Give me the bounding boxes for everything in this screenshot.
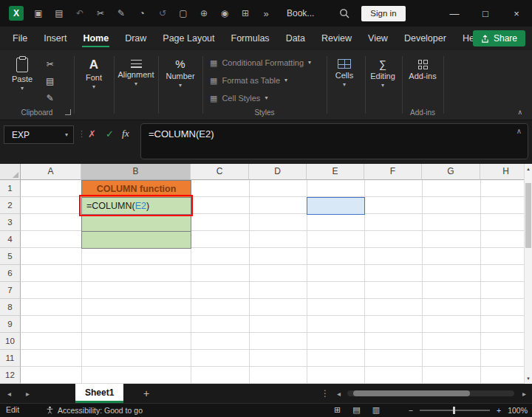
column-header-a[interactable]: A [21,164,81,180]
document-icon[interactable]: ▢ [173,8,194,18]
table-icon[interactable]: ⊞ [235,8,256,18]
column-header-d[interactable]: D [249,164,307,180]
scroll-down-icon[interactable]: ▾ [525,376,532,382]
alignment-group-button[interactable]: Alignment ▾ [116,60,156,87]
column-header-c[interactable]: C [191,164,249,180]
format-painter-button[interactable]: ✎ [47,93,54,103]
tab-draw[interactable]: Draw [117,27,154,50]
tab-page-layout[interactable]: Page Layout [154,27,222,50]
sheet-tab-sheet1[interactable]: Sheet1 [75,384,123,403]
tab-developer[interactable]: Developer [396,27,454,50]
row-header-2[interactable]: 2 [0,197,21,214]
search-icon[interactable] [339,8,349,18]
select-all-corner[interactable] [0,164,21,180]
add-sheet-button[interactable]: + [143,384,149,403]
page-layout-view-button[interactable]: ▤ [352,405,360,415]
cells-group-button[interactable]: Cells ▾ [329,59,360,88]
sign-in-button[interactable]: Sign in [361,6,405,21]
row-header-10[interactable]: 10 [0,333,21,350]
scroll-up-icon[interactable]: ▴ [525,166,532,172]
refresh-icon[interactable]: ↺ [152,8,173,18]
number-group-button[interactable]: % Number ▾ [161,58,200,89]
tab-data[interactable]: Data [278,27,313,50]
copy-button[interactable]: ▤ [46,76,54,86]
clipboard-icon[interactable]: ▤ [49,8,69,18]
column-header-e[interactable]: E [307,164,364,180]
column-header-g[interactable]: G [422,164,480,180]
gauge-icon[interactable]: ◔ [132,8,152,18]
zoom-slider-handle[interactable] [453,407,455,414]
scroll-right-icon[interactable]: ▸ [522,384,526,403]
accessibility-status[interactable]: Accessibility: Good to go [46,404,143,416]
row-header-12[interactable]: 12 [0,367,21,384]
excel-logo-icon[interactable]: X [9,6,24,21]
vertical-scrollbar-thumb[interactable] [525,183,531,248]
zoom-in-button[interactable]: + [497,406,501,415]
zoom-level[interactable]: 100% [508,406,528,415]
column-header-b[interactable]: B [81,164,191,180]
clipboard-dialog-launcher-icon[interactable] [65,109,71,115]
share-button[interactable]: Share [473,30,525,46]
insert-icon[interactable]: ⊕ [194,8,214,18]
formula-bar-collapse-icon[interactable]: ∧ [516,127,522,135]
tab-formulas[interactable]: Formulas [223,27,278,50]
formula-input[interactable]: =COLUMN(E2) [140,123,528,159]
minimize-button[interactable]: — [439,0,470,27]
maximize-button[interactable]: □ [470,0,501,27]
cancel-icon[interactable]: ✗ [88,128,96,139]
row-header-7[interactable]: 7 [0,282,21,299]
name-box-dropdown-icon[interactable]: ▾ [65,132,68,138]
tab-home[interactable]: Home [75,27,117,50]
cell-b4[interactable] [81,231,191,249]
horizontal-scrollbar-thumb[interactable] [353,390,470,396]
tab-review[interactable]: Review [313,27,360,50]
cut-button[interactable]: ✂ [47,59,54,69]
cell-styles-button[interactable]: ▦ Cell Styles ▾ [210,89,327,107]
group-separator [327,56,327,114]
enter-icon[interactable]: ✓ [106,128,114,139]
row-header-4[interactable]: 4 [0,231,21,248]
zoom-out-button[interactable]: − [409,406,413,415]
percent-icon: % [175,58,185,69]
tab-insert[interactable]: Insert [35,27,75,50]
cut-icon[interactable]: ✂ [90,8,111,18]
row-header-11[interactable]: 11 [0,350,21,367]
tab-view[interactable]: View [360,27,396,50]
insert-function-icon[interactable]: fx [122,128,129,139]
ribbon-collapse-icon[interactable]: ∧ [517,108,522,116]
normal-view-button[interactable]: ⊞ [334,405,341,415]
sheet-options-icon[interactable]: ⋮ [321,384,330,403]
row-header-3[interactable]: 3 [0,214,21,231]
previous-sheet-icon[interactable]: ◂ [7,390,11,398]
row-header-5[interactable]: 5 [0,248,21,265]
row-header-8[interactable]: 8 [0,299,21,316]
editing-group-button[interactable]: ∑ Editing ▾ [365,59,400,89]
save-icon[interactable]: ▣ [28,8,49,18]
group-separator [443,56,444,114]
camera-icon[interactable]: ◉ [214,8,235,18]
scroll-left-icon[interactable]: ◂ [337,384,341,403]
font-chevron-icon: ▾ [92,84,95,90]
next-sheet-icon[interactable]: ▸ [26,390,30,398]
format-as-table-button[interactable]: ▦ Format as Table ▾ [210,72,327,89]
add-ins-button[interactable]: Add-ins [403,60,442,80]
close-button[interactable]: × [501,0,532,27]
paste-button[interactable]: Paste ▾ [12,58,33,92]
font-group-button[interactable]: A Font ▾ [77,58,111,90]
tab-file[interactable]: File [4,27,35,50]
row-header-9[interactable]: 9 [0,316,21,333]
cell-e2-referenced[interactable] [307,197,365,215]
toolbar-overflow-icon[interactable]: » [256,8,276,19]
column-header-f[interactable]: F [364,164,422,180]
undo-icon[interactable]: ↶ [69,8,90,18]
conditional-formatting-button[interactable]: ▦ Conditional Formatting ▾ [210,54,327,72]
cell-b3[interactable] [81,214,191,232]
row-header-1[interactable]: 1 [0,180,21,197]
format-painter-icon[interactable]: ✎ [111,8,132,18]
page-break-view-button[interactable]: ▥ [372,405,380,415]
document-title[interactable]: Book... [287,8,314,18]
name-box[interactable]: EXP ▾ [4,125,74,144]
vertical-scrollbar[interactable]: ▴ ▾ [524,164,532,384]
row-header-6[interactable]: 6 [0,265,21,282]
zoom-slider[interactable] [420,410,490,411]
